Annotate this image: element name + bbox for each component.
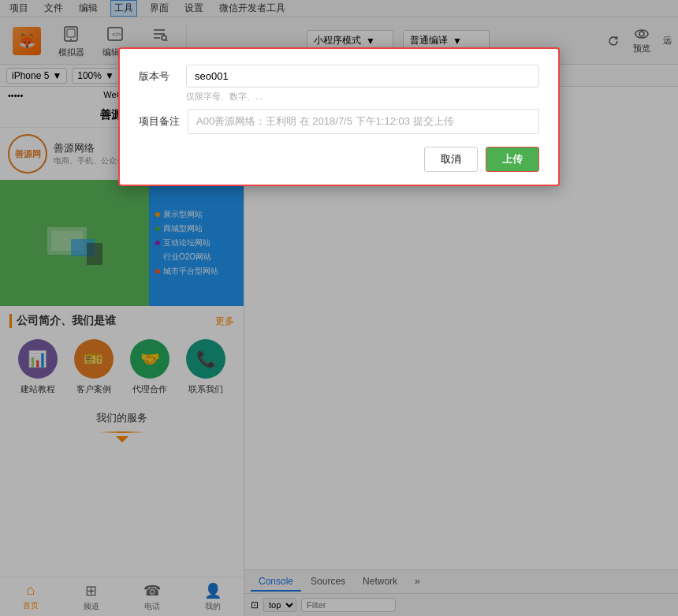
upload-button[interactable]: 上传: [486, 147, 539, 172]
remark-input[interactable]: A00善源网络：王利明 在 2018/7/5 下午1:12:03 提交上传: [188, 109, 539, 134]
version-label: 版本号: [139, 69, 178, 84]
version-input[interactable]: [186, 65, 539, 88]
remark-label: 项目备注: [139, 114, 180, 129]
modal-actions: 取消 上传: [139, 147, 539, 172]
modal-overlay: 版本号 仅限字母、数字、... 项目备注 A00善源网络：王利明 在 2018/…: [0, 0, 678, 616]
remark-row: 项目备注 A00善源网络：王利明 在 2018/7/5 下午1:12:03 提交…: [139, 109, 539, 134]
cancel-button[interactable]: 取消: [424, 147, 478, 172]
version-row: 版本号: [139, 65, 539, 88]
upload-dialog: 版本号 仅限字母、数字、... 项目备注 A00善源网络：王利明 在 2018/…: [118, 47, 560, 186]
hint-row: 仅限字母、数字、...: [139, 91, 539, 103]
version-hint: 仅限字母、数字、...: [186, 91, 263, 103]
app-container: 项目 文件 编辑 工具 界面 设置 微信开发者工具 🦊 模拟器 </> 编辑器: [0, 0, 678, 616]
